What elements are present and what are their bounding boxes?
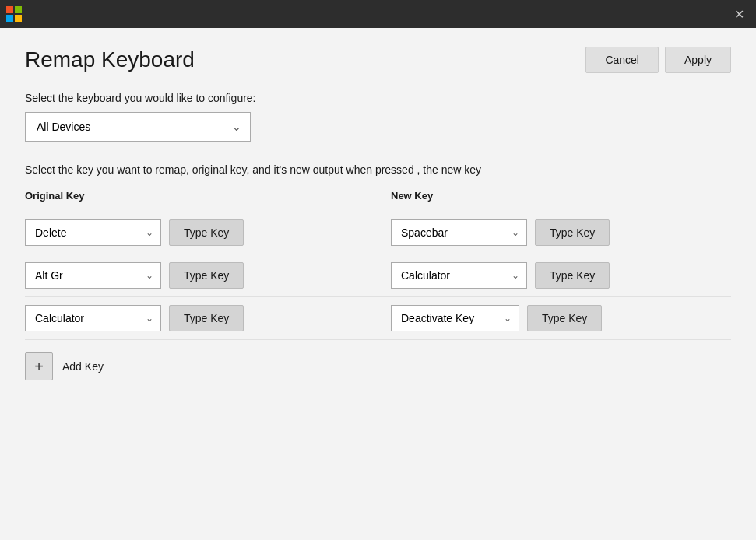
cancel-button[interactable]: Cancel [585, 47, 659, 73]
original-key-header: Original Key [25, 190, 391, 202]
original-key-3-select[interactable]: Calculator Delete Alt Gr [25, 305, 161, 331]
key-row-2-new: Calculator Spacebar Deactivate Key ⌄ Typ… [391, 262, 731, 289]
original-key-1-type-button[interactable]: Type Key [169, 219, 244, 246]
new-key-1-select-wrapper[interactable]: Spacebar Calculator Deactivate Key ⌄ [391, 219, 527, 246]
new-key-2-select[interactable]: Calculator Spacebar Deactivate Key [391, 262, 527, 289]
add-key-row[interactable]: + Add Key [25, 352, 731, 380]
key-row-1-original: Delete Alt Gr Calculator ⌄ Type Key [25, 219, 391, 246]
key-row-3-original: Calculator Delete Alt Gr ⌄ Type Key [25, 305, 391, 331]
original-key-3-select-wrapper[interactable]: Calculator Delete Alt Gr ⌄ [25, 305, 161, 331]
original-key-2-type-button[interactable]: Type Key [169, 262, 244, 289]
new-key-1-type-button[interactable]: Type Key [535, 219, 610, 246]
new-key-3-select-wrapper[interactable]: Deactivate Key Spacebar Calculator ⌄ [391, 305, 519, 331]
header-buttons: Cancel Apply [585, 47, 731, 73]
close-button[interactable]: ✕ [728, 3, 750, 25]
columns-header: Original Key New Key [25, 190, 731, 205]
add-key-label: Add Key [62, 360, 104, 373]
original-key-1-select-wrapper[interactable]: Delete Alt Gr Calculator ⌄ [25, 219, 161, 246]
new-key-3-select[interactable]: Deactivate Key Spacebar Calculator [391, 305, 519, 331]
new-key-1-select[interactable]: Spacebar Calculator Deactivate Key [391, 219, 527, 246]
new-key-header: New Key [391, 190, 731, 202]
new-key-2-select-wrapper[interactable]: Calculator Spacebar Deactivate Key ⌄ [391, 262, 527, 289]
original-key-3-type-button[interactable]: Type Key [169, 305, 244, 331]
add-key-button[interactable]: + [25, 352, 53, 380]
logo-cell-blue [6, 15, 13, 22]
key-row-1: Delete Alt Gr Calculator ⌄ Type Key Spac… [25, 212, 731, 254]
title-bar: ✕ [0, 0, 756, 28]
header-row: Remap Keyboard Cancel Apply [25, 47, 731, 73]
keyboard-select[interactable]: All Devices Device 1 Device 2 [25, 112, 251, 142]
original-key-1-select[interactable]: Delete Alt Gr Calculator [25, 219, 161, 246]
logo-cell-green [15, 6, 22, 13]
logo-grid [6, 6, 22, 22]
new-key-3-type-button[interactable]: Type Key [527, 305, 602, 331]
key-row-2-original: Alt Gr Delete Calculator ⌄ Type Key [25, 262, 391, 289]
original-key-2-select-wrapper[interactable]: Alt Gr Delete Calculator ⌄ [25, 262, 161, 289]
main-content: Remap Keyboard Cancel Apply Select the k… [0, 28, 756, 399]
logo-cell-yellow [15, 15, 22, 22]
key-row-1-new: Spacebar Calculator Deactivate Key ⌄ Typ… [391, 219, 731, 246]
apply-button[interactable]: Apply [665, 47, 731, 73]
app-logo [6, 6, 22, 22]
original-key-2-select[interactable]: Alt Gr Delete Calculator [25, 262, 161, 289]
keyboard-select-label: Select the keyboard you would like to co… [25, 92, 731, 104]
keyboard-select-wrapper[interactable]: All Devices Device 1 Device 2 ⌄ [25, 112, 251, 142]
page-title: Remap Keyboard [25, 47, 195, 72]
key-row-2: Alt Gr Delete Calculator ⌄ Type Key Calc… [25, 254, 731, 297]
key-row-3-new: Deactivate Key Spacebar Calculator ⌄ Typ… [391, 305, 731, 331]
key-row-3: Calculator Delete Alt Gr ⌄ Type Key Deac… [25, 297, 731, 340]
new-key-2-type-button[interactable]: Type Key [535, 262, 610, 289]
remap-description: Select the key you want to remap, origin… [25, 163, 731, 176]
logo-cell-red [6, 6, 13, 13]
